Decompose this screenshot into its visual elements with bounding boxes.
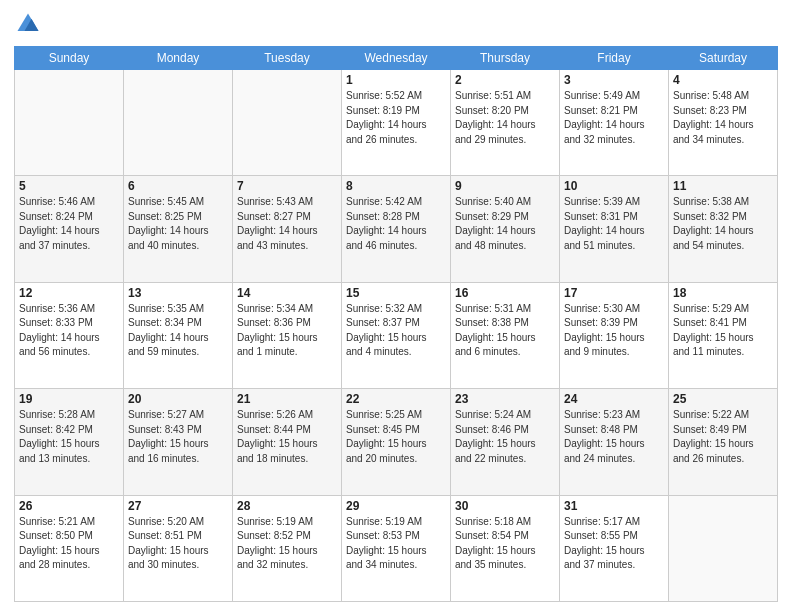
weekday-thursday: Thursday [451,47,560,70]
day-number: 10 [564,179,664,193]
day-info: Sunrise: 5:21 AM Sunset: 8:50 PM Dayligh… [19,515,119,573]
day-number: 17 [564,286,664,300]
day-number: 21 [237,392,337,406]
day-number: 23 [455,392,555,406]
day-number: 12 [19,286,119,300]
day-cell: 2Sunrise: 5:51 AM Sunset: 8:20 PM Daylig… [451,70,560,176]
weekday-sunday: Sunday [15,47,124,70]
weekday-saturday: Saturday [669,47,778,70]
week-row-3: 12Sunrise: 5:36 AM Sunset: 8:33 PM Dayli… [15,282,778,388]
day-cell: 5Sunrise: 5:46 AM Sunset: 8:24 PM Daylig… [15,176,124,282]
day-cell [15,70,124,176]
day-cell: 11Sunrise: 5:38 AM Sunset: 8:32 PM Dayli… [669,176,778,282]
day-number: 27 [128,499,228,513]
day-cell: 14Sunrise: 5:34 AM Sunset: 8:36 PM Dayli… [233,282,342,388]
day-number: 14 [237,286,337,300]
day-number: 2 [455,73,555,87]
day-number: 26 [19,499,119,513]
day-info: Sunrise: 5:51 AM Sunset: 8:20 PM Dayligh… [455,89,555,147]
day-info: Sunrise: 5:29 AM Sunset: 8:41 PM Dayligh… [673,302,773,360]
day-cell: 6Sunrise: 5:45 AM Sunset: 8:25 PM Daylig… [124,176,233,282]
day-info: Sunrise: 5:18 AM Sunset: 8:54 PM Dayligh… [455,515,555,573]
day-info: Sunrise: 5:34 AM Sunset: 8:36 PM Dayligh… [237,302,337,360]
day-cell: 3Sunrise: 5:49 AM Sunset: 8:21 PM Daylig… [560,70,669,176]
day-info: Sunrise: 5:35 AM Sunset: 8:34 PM Dayligh… [128,302,228,360]
day-number: 20 [128,392,228,406]
day-number: 5 [19,179,119,193]
day-number: 8 [346,179,446,193]
day-number: 18 [673,286,773,300]
day-number: 25 [673,392,773,406]
day-cell: 10Sunrise: 5:39 AM Sunset: 8:31 PM Dayli… [560,176,669,282]
day-cell: 23Sunrise: 5:24 AM Sunset: 8:46 PM Dayli… [451,389,560,495]
day-info: Sunrise: 5:36 AM Sunset: 8:33 PM Dayligh… [19,302,119,360]
weekday-monday: Monday [124,47,233,70]
day-cell: 19Sunrise: 5:28 AM Sunset: 8:42 PM Dayli… [15,389,124,495]
day-number: 3 [564,73,664,87]
day-cell: 25Sunrise: 5:22 AM Sunset: 8:49 PM Dayli… [669,389,778,495]
day-info: Sunrise: 5:32 AM Sunset: 8:37 PM Dayligh… [346,302,446,360]
logo-icon [14,10,42,38]
day-info: Sunrise: 5:46 AM Sunset: 8:24 PM Dayligh… [19,195,119,253]
day-number: 29 [346,499,446,513]
day-cell: 26Sunrise: 5:21 AM Sunset: 8:50 PM Dayli… [15,495,124,601]
day-cell: 4Sunrise: 5:48 AM Sunset: 8:23 PM Daylig… [669,70,778,176]
day-cell: 12Sunrise: 5:36 AM Sunset: 8:33 PM Dayli… [15,282,124,388]
day-number: 1 [346,73,446,87]
day-cell [669,495,778,601]
day-number: 30 [455,499,555,513]
weekday-header-row: SundayMondayTuesdayWednesdayThursdayFrid… [15,47,778,70]
day-info: Sunrise: 5:20 AM Sunset: 8:51 PM Dayligh… [128,515,228,573]
day-cell: 30Sunrise: 5:18 AM Sunset: 8:54 PM Dayli… [451,495,560,601]
day-number: 24 [564,392,664,406]
page: SundayMondayTuesdayWednesdayThursdayFrid… [0,0,792,612]
week-row-5: 26Sunrise: 5:21 AM Sunset: 8:50 PM Dayli… [15,495,778,601]
day-cell [124,70,233,176]
day-info: Sunrise: 5:17 AM Sunset: 8:55 PM Dayligh… [564,515,664,573]
weekday-friday: Friday [560,47,669,70]
day-info: Sunrise: 5:52 AM Sunset: 8:19 PM Dayligh… [346,89,446,147]
day-number: 6 [128,179,228,193]
weekday-tuesday: Tuesday [233,47,342,70]
day-number: 28 [237,499,337,513]
day-cell: 17Sunrise: 5:30 AM Sunset: 8:39 PM Dayli… [560,282,669,388]
day-info: Sunrise: 5:48 AM Sunset: 8:23 PM Dayligh… [673,89,773,147]
week-row-2: 5Sunrise: 5:46 AM Sunset: 8:24 PM Daylig… [15,176,778,282]
day-info: Sunrise: 5:45 AM Sunset: 8:25 PM Dayligh… [128,195,228,253]
day-cell: 9Sunrise: 5:40 AM Sunset: 8:29 PM Daylig… [451,176,560,282]
day-info: Sunrise: 5:40 AM Sunset: 8:29 PM Dayligh… [455,195,555,253]
weekday-wednesday: Wednesday [342,47,451,70]
day-number: 16 [455,286,555,300]
day-cell: 21Sunrise: 5:26 AM Sunset: 8:44 PM Dayli… [233,389,342,495]
day-cell: 29Sunrise: 5:19 AM Sunset: 8:53 PM Dayli… [342,495,451,601]
day-info: Sunrise: 5:28 AM Sunset: 8:42 PM Dayligh… [19,408,119,466]
day-info: Sunrise: 5:27 AM Sunset: 8:43 PM Dayligh… [128,408,228,466]
day-info: Sunrise: 5:39 AM Sunset: 8:31 PM Dayligh… [564,195,664,253]
day-info: Sunrise: 5:49 AM Sunset: 8:21 PM Dayligh… [564,89,664,147]
day-number: 11 [673,179,773,193]
logo [14,10,46,38]
day-number: 31 [564,499,664,513]
week-row-1: 1Sunrise: 5:52 AM Sunset: 8:19 PM Daylig… [15,70,778,176]
week-row-4: 19Sunrise: 5:28 AM Sunset: 8:42 PM Dayli… [15,389,778,495]
day-cell: 22Sunrise: 5:25 AM Sunset: 8:45 PM Dayli… [342,389,451,495]
day-info: Sunrise: 5:25 AM Sunset: 8:45 PM Dayligh… [346,408,446,466]
calendar-table: SundayMondayTuesdayWednesdayThursdayFrid… [14,46,778,602]
day-number: 9 [455,179,555,193]
day-cell: 28Sunrise: 5:19 AM Sunset: 8:52 PM Dayli… [233,495,342,601]
day-info: Sunrise: 5:23 AM Sunset: 8:48 PM Dayligh… [564,408,664,466]
day-cell: 15Sunrise: 5:32 AM Sunset: 8:37 PM Dayli… [342,282,451,388]
day-cell: 20Sunrise: 5:27 AM Sunset: 8:43 PM Dayli… [124,389,233,495]
day-info: Sunrise: 5:31 AM Sunset: 8:38 PM Dayligh… [455,302,555,360]
day-info: Sunrise: 5:38 AM Sunset: 8:32 PM Dayligh… [673,195,773,253]
header [14,10,778,38]
day-info: Sunrise: 5:30 AM Sunset: 8:39 PM Dayligh… [564,302,664,360]
day-number: 15 [346,286,446,300]
day-info: Sunrise: 5:19 AM Sunset: 8:53 PM Dayligh… [346,515,446,573]
day-info: Sunrise: 5:22 AM Sunset: 8:49 PM Dayligh… [673,408,773,466]
day-number: 22 [346,392,446,406]
day-cell: 13Sunrise: 5:35 AM Sunset: 8:34 PM Dayli… [124,282,233,388]
day-cell: 16Sunrise: 5:31 AM Sunset: 8:38 PM Dayli… [451,282,560,388]
day-info: Sunrise: 5:26 AM Sunset: 8:44 PM Dayligh… [237,408,337,466]
day-cell: 24Sunrise: 5:23 AM Sunset: 8:48 PM Dayli… [560,389,669,495]
